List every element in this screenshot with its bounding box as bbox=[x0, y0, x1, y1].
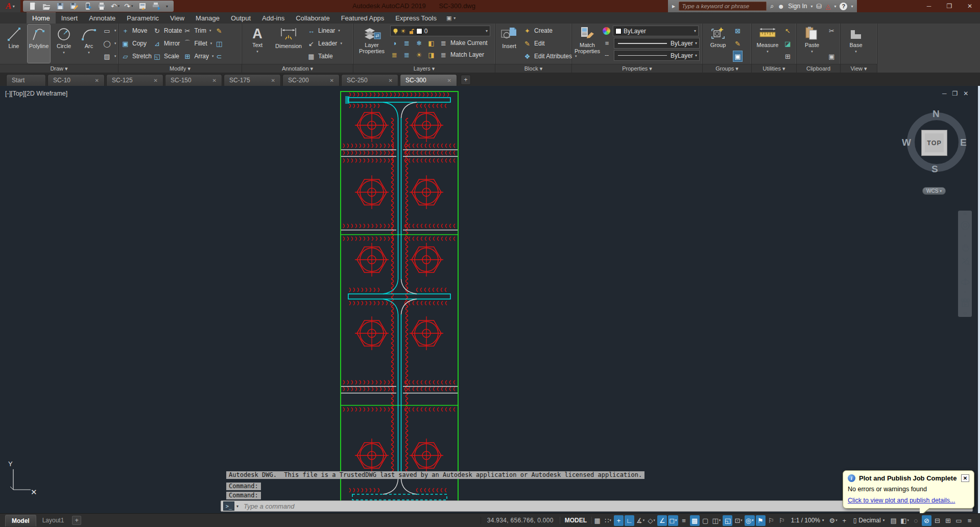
file-tab-sc-300[interactable]: SC-300✕ bbox=[400, 74, 457, 86]
file-tab-sc-250[interactable]: SC-250✕ bbox=[341, 74, 398, 86]
file-tab-start[interactable]: Start bbox=[6, 74, 46, 86]
dimension-button[interactable]: Dimension bbox=[273, 25, 304, 63]
file-tab-close-icon[interactable]: ✕ bbox=[330, 78, 334, 83]
status-selection-cycling[interactable]: ▢ bbox=[701, 515, 710, 526]
ribbon-tab-view[interactable]: View bbox=[164, 12, 190, 24]
viewport-minimize-icon[interactable]: ─ bbox=[942, 90, 947, 97]
ribbon-tab-addins[interactable]: Add-ins bbox=[256, 12, 290, 24]
zoom-icon[interactable] bbox=[961, 256, 970, 265]
status-3d-object-snap[interactable]: ◫▾ bbox=[711, 515, 722, 526]
fillet-button[interactable]: ⌒Fillet▾ bbox=[183, 38, 213, 49]
file-tab-close-icon[interactable]: ✕ bbox=[154, 78, 158, 83]
status-polar-tracking[interactable]: ∡▾ bbox=[635, 515, 646, 526]
model-space-indicator[interactable]: MODEL bbox=[560, 517, 592, 524]
layout-button[interactable] bbox=[138, 2, 147, 11]
polyline-button[interactable]: Polyline bbox=[28, 25, 50, 63]
offset-button[interactable]: ⊂ bbox=[215, 51, 224, 61]
panel-label-groups[interactable]: Groups ▾ bbox=[703, 64, 751, 73]
cut-button[interactable]: ✂ bbox=[827, 26, 836, 36]
circle-button[interactable]: Circle▾ bbox=[53, 25, 75, 63]
status-dynamic-ucs[interactable]: ◱ bbox=[723, 515, 732, 526]
create-block-button[interactable]: ✦Create bbox=[523, 26, 577, 36]
paste-button[interactable]: Paste▾ bbox=[799, 25, 825, 63]
navbar-more-icon[interactable]: ⊖ bbox=[963, 311, 967, 316]
status-annotation-scale[interactable]: 1:1 / 100%▾ bbox=[787, 515, 828, 526]
linetype-select[interactable]: ByLayer▾ bbox=[614, 50, 700, 61]
status-workspace-switching[interactable]: ⚙▾ bbox=[828, 515, 839, 526]
redo-button[interactable]: ↷▾ bbox=[124, 2, 133, 11]
match-layer-button[interactable]: ≣Match Layer bbox=[439, 50, 484, 60]
ribbon-tab-parametric[interactable]: Parametric bbox=[121, 12, 164, 24]
notification-details-link[interactable]: Click to view plot and publish details..… bbox=[848, 497, 969, 504]
layer-properties-button[interactable]: ⇄ Layer Properties bbox=[356, 25, 388, 63]
status-ortho[interactable]: ∟ bbox=[625, 515, 634, 526]
ribbon-tab-insert[interactable]: Insert bbox=[56, 12, 84, 24]
showmotion-icon[interactable] bbox=[960, 298, 970, 307]
rotate-button[interactable]: ↻Rotate bbox=[153, 26, 182, 36]
status-object-snap-tracking[interactable]: ∠ bbox=[657, 515, 667, 526]
table-button[interactable]: ▦Table bbox=[307, 51, 342, 61]
rectangle-flyout[interactable]: ▭▾ bbox=[103, 26, 116, 36]
file-tab-sc-175[interactable]: SC-175✕ bbox=[224, 74, 281, 86]
navigation-wheel-icon[interactable] bbox=[960, 220, 970, 231]
layer-isolate-icon[interactable]: ≣ bbox=[402, 39, 411, 47]
edit-block-button[interactable]: ✎Edit bbox=[523, 38, 577, 49]
panel-label-block[interactable]: Block ▾ bbox=[495, 64, 571, 73]
search-icon[interactable]: ⌕ bbox=[770, 2, 774, 10]
file-tab-close-icon[interactable]: ✕ bbox=[271, 78, 275, 83]
panel-label-view[interactable]: View ▾ bbox=[841, 64, 877, 73]
wcs-menu[interactable]: WCS▾ bbox=[922, 187, 946, 195]
object-color-select[interactable]: ByLayer▾ bbox=[613, 26, 699, 36]
arc-button[interactable]: Arc▾ bbox=[78, 25, 100, 63]
status-grid[interactable]: ▦ bbox=[592, 515, 602, 526]
file-tab-close-icon[interactable]: ✕ bbox=[389, 78, 393, 83]
viewport-restore-icon[interactable]: ❐ bbox=[952, 90, 958, 97]
erase-button[interactable]: ✎ bbox=[215, 26, 224, 36]
command-customize-dropdown-icon[interactable]: ▾ bbox=[236, 504, 238, 509]
status-export[interactable]: ⊞ bbox=[943, 515, 953, 526]
new-button[interactable] bbox=[28, 2, 37, 11]
layer-off-icon[interactable]: ◑ bbox=[390, 39, 399, 47]
ungroup-button[interactable]: ⊠ bbox=[733, 26, 742, 36]
lineweight-select[interactable]: ByLayer▾ bbox=[614, 38, 700, 49]
file-tab-close-icon[interactable]: ✕ bbox=[95, 78, 99, 83]
status-customization-menu[interactable]: ≡ bbox=[965, 515, 974, 526]
application-menu-button[interactable]: A ▾ bbox=[0, 0, 20, 12]
status-lock-ui[interactable]: ◧▾ bbox=[899, 515, 910, 526]
status-annotation-flag[interactable]: ⚐ bbox=[777, 515, 787, 526]
panel-label-utilities[interactable]: Utilities ▾ bbox=[752, 64, 796, 73]
file-tab-close-icon[interactable]: ✕ bbox=[212, 78, 217, 83]
explode-button[interactable]: ◫ bbox=[215, 38, 224, 49]
file-tab-sc-125[interactable]: SC-125✕ bbox=[106, 74, 163, 86]
layer-sun-icon[interactable]: ☀ bbox=[415, 51, 423, 59]
help-icon[interactable]: ? bbox=[840, 3, 847, 10]
drawing-canvas[interactable]: [-][Top][2D Wireframe] ─ ❐ ✕ N W E S TOP… bbox=[0, 86, 980, 513]
store-dropdown-icon[interactable]: ▾ bbox=[834, 4, 836, 9]
save-mobile-button[interactable] bbox=[83, 2, 92, 11]
status-transparency[interactable]: ▩ bbox=[690, 515, 700, 526]
navbar-orbit-dropdown-icon[interactable]: ▾ bbox=[964, 291, 966, 294]
panel-label-layers[interactable]: Layers ▾ bbox=[353, 64, 495, 73]
mirror-button[interactable]: ⊿Mirror bbox=[153, 38, 182, 49]
measure-button[interactable]: Measure▾ bbox=[754, 25, 781, 63]
navbar-zoom-dropdown-icon[interactable]: ▾ bbox=[964, 269, 966, 272]
insert-block-button[interactable]: Insert bbox=[498, 25, 520, 63]
status-graphics-performance[interactable]: ⊘ bbox=[922, 515, 931, 526]
ribbon-tab-express-tools[interactable]: Express Tools bbox=[390, 12, 442, 24]
copy-clip-button[interactable]: ▣ bbox=[827, 51, 836, 61]
trim-button[interactable]: ✂Trim▾ bbox=[183, 26, 213, 36]
new-drawing-tab-button[interactable]: + bbox=[461, 75, 471, 85]
layout1-tab[interactable]: Layout1 bbox=[36, 515, 70, 526]
navigation-bar[interactable]: ⊗ ▾ ▾ ▾ ⊖ bbox=[958, 211, 972, 317]
viewcube-top-face[interactable]: TOP bbox=[921, 130, 947, 156]
orbit-icon[interactable] bbox=[960, 277, 970, 286]
signin-button[interactable]: Sign In bbox=[788, 3, 807, 10]
make-current-button[interactable]: ≣Make Current bbox=[439, 38, 488, 48]
layer-select[interactable]: ☀ 0 ▾ bbox=[390, 26, 490, 36]
new-layout-button[interactable]: + bbox=[72, 516, 81, 525]
status-infer-constraints[interactable]: + bbox=[614, 515, 624, 526]
window-close-button[interactable]: ✕ bbox=[960, 0, 980, 12]
array-button[interactable]: ⊞Array▾ bbox=[183, 51, 213, 61]
file-tab-close-icon[interactable]: ✕ bbox=[447, 78, 451, 83]
ribbon-tab-manage[interactable]: Manage bbox=[190, 12, 225, 24]
